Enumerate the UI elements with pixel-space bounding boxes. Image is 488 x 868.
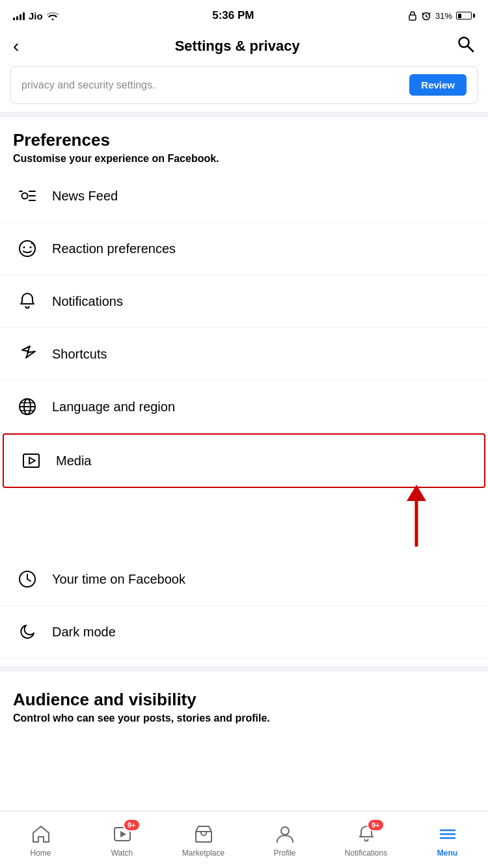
privacy-card-text: privacy and security settings. [21,79,155,91]
preferences-title: Preferences [13,130,475,150]
profile-icon [273,822,297,846]
menu-item-news-feed[interactable]: News Feed [0,170,488,223]
nav-item-home[interactable]: Home [0,811,81,868]
watch-badge: 9+ [123,819,141,832]
clock-icon [13,565,42,593]
svg-rect-22 [196,832,211,842]
notifications-pref-label: Notifications [52,294,123,309]
menu-icon [436,822,459,846]
home-nav-label: Home [30,848,51,858]
notifications-icon: 9+ [355,822,378,846]
menu-nav-label: Menu [437,848,457,858]
home-icon [29,822,53,846]
carrier-label: Jio [29,10,43,21]
bell-icon [13,287,42,316]
notifications-badge: 9+ [367,819,385,832]
content-spacer [0,729,488,794]
marketplace-nav-label: Marketplace [182,848,224,858]
wifi-icon [47,11,59,20]
search-icon [455,34,475,53]
notifications-nav-label: Notifications [345,848,387,858]
status-left: Jio [13,10,59,21]
nav-item-watch[interactable]: 9+ Watch [81,811,163,868]
shortcuts-label: Shortcuts [52,347,107,362]
menu-item-reaction-preferences[interactable]: Reaction preferences [0,223,488,275]
page-title: Settings & privacy [175,38,300,55]
svg-point-4 [22,193,28,199]
arrow-annotation [0,481,488,553]
header: ‹ Settings & privacy [0,29,488,66]
battery-pct-label: 31% [435,11,452,21]
menu-item-dark-mode[interactable]: Dark mode [0,606,488,658]
language-region-label: Language and region [52,400,175,414]
audience-section: Audience and visibility Control who can … [0,679,488,729]
nav-item-menu[interactable]: Menu [407,811,488,868]
preferences-header: Preferences Customise your experience on… [0,125,488,170]
shortcuts-icon [13,340,42,368]
audience-divider [0,666,488,671]
news-feed-icon [13,182,42,210]
svg-rect-0 [409,15,416,20]
menu-item-media[interactable]: Media [3,433,485,488]
news-feed-label: News Feed [52,189,118,204]
reaction-preferences-label: Reaction preferences [52,241,176,256]
svg-line-3 [468,46,473,51]
moon-icon [13,617,42,646]
bottom-nav: Home 9+ Watch Marketplace [0,811,488,868]
menu-item-language-region[interactable]: Language and region [0,381,488,433]
menu-item-shortcuts[interactable]: Shortcuts [0,328,488,381]
svg-point-11 [30,247,32,249]
status-bar: Jio 5:36 PM 31% [0,0,488,29]
battery-icon [456,12,475,20]
signal-icon [13,11,25,20]
nav-item-profile[interactable]: Profile [244,811,325,868]
privacy-card: privacy and security settings. Review [10,66,478,104]
profile-nav-label: Profile [273,848,295,858]
audience-title: Audience and visibility [13,690,475,710]
menu-item-notifications-pref[interactable]: Notifications [0,275,488,328]
alarm-icon [421,10,431,21]
svg-marker-16 [29,457,35,464]
lock-icon [408,10,417,21]
back-button[interactable]: ‹ [13,36,19,57]
media-icon [17,446,46,475]
status-right: 31% [408,10,475,21]
status-time: 5:36 PM [212,9,254,22]
watch-nav-label: Watch [111,848,133,858]
nav-item-notifications[interactable]: 9+ Notifications [325,811,407,868]
globe-icon [13,392,42,421]
media-label: Media [56,454,91,468]
nav-item-marketplace[interactable]: Marketplace [163,811,244,868]
svg-point-9 [20,241,35,256]
search-button[interactable] [455,34,475,58]
svg-point-10 [23,247,25,249]
audience-subtitle: Control who can see your posts, stories … [13,712,475,724]
menu-item-your-time[interactable]: Your time on Facebook [0,553,488,606]
reaction-icon [13,234,42,263]
watch-icon: 9+ [111,822,134,846]
svg-point-23 [281,827,289,835]
your-time-label: Your time on Facebook [52,572,185,587]
marketplace-icon [192,822,215,846]
svg-marker-21 [120,831,126,837]
red-arrow-icon [384,481,436,553]
preferences-subtitle: Customise your experience on Facebook. [13,153,475,165]
section-divider [0,112,488,117]
dark-mode-label: Dark mode [52,625,116,640]
svg-rect-15 [23,454,39,467]
review-button[interactable]: Review [409,74,467,96]
